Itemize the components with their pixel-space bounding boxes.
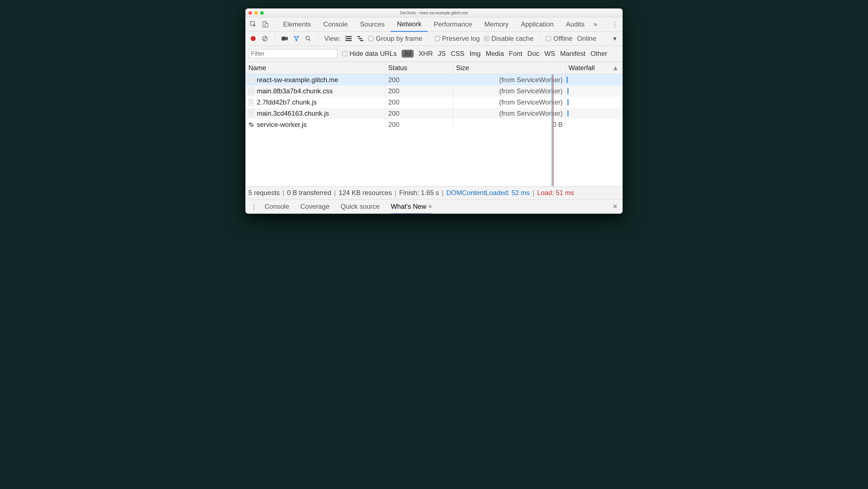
cell-waterfall (566, 86, 622, 97)
waterfall-bar (567, 99, 568, 105)
drawer-tab-strip: ⋮ ConsoleCoverageQuick sourceWhat's New … (246, 200, 622, 213)
filter-type-doc[interactable]: Doc (527, 50, 539, 58)
devtools-window: DevTools - react-sw-example.glitch.me/ E… (245, 8, 623, 214)
tab-sources[interactable]: Sources (354, 17, 391, 31)
search-icon[interactable] (305, 35, 312, 42)
document-icon (248, 77, 254, 83)
settings-kebab-icon[interactable]: ⋮ (611, 20, 619, 28)
filter-type-font[interactable]: Font (509, 50, 523, 58)
drawer-tab-console[interactable]: Console (265, 203, 289, 210)
summary-bar: 5 requests| 0 B transferred| 124 KB reso… (246, 186, 622, 200)
summary-domcontentloaded: DOMContentLoaded: 52 ms (446, 189, 530, 197)
waterfall-bar (566, 77, 568, 83)
drawer-tab-what-s-new[interactable]: What's New × (391, 203, 432, 214)
cell-status: 200 (385, 108, 453, 119)
cell-size: (from ServiceWorker) (453, 108, 566, 119)
cell-name: service-worker.js (246, 119, 385, 130)
column-size[interactable]: Size (453, 62, 566, 74)
svg-line-4 (264, 37, 267, 40)
tab-network[interactable]: Network (391, 17, 428, 32)
network-toolbar: View: Group by frame Preserve log Disabl… (246, 32, 622, 46)
table-header: Name Status Size Waterfall ▲ (246, 62, 622, 74)
record-icon[interactable] (249, 35, 257, 42)
close-tab-icon[interactable]: × (426, 203, 432, 210)
tab-performance[interactable]: Performance (428, 17, 478, 31)
waterfall-bar (567, 110, 568, 117)
cell-status: 200 (385, 86, 453, 97)
throttling-dropdown-icon[interactable]: ▾ (611, 35, 619, 42)
sort-indicator-icon: ▲ (612, 64, 619, 72)
device-toolbar-icon[interactable] (262, 21, 269, 28)
column-status[interactable]: Status (385, 62, 453, 74)
svg-rect-12 (359, 38, 362, 39)
filter-type-js[interactable]: JS (438, 50, 446, 58)
filter-type-other[interactable]: Other (591, 50, 607, 58)
table-row[interactable]: service-worker.js2000 B (246, 119, 622, 130)
disable-cache-checkbox[interactable]: Disable cache (484, 35, 534, 42)
inspect-element-icon[interactable] (249, 21, 257, 28)
cell-name: 2.7fdd42b7.chunk.js (246, 97, 385, 108)
filter-type-ws[interactable]: WS (544, 50, 555, 58)
hide-data-urls-checkbox[interactable]: Hide data URLs (342, 50, 397, 58)
offline-checkbox[interactable]: Offline (546, 35, 572, 42)
summary-transferred: 0 B transferred (287, 189, 331, 197)
cell-waterfall (566, 119, 622, 130)
group-by-frame-checkbox[interactable]: Group by frame (368, 35, 422, 42)
filter-type-xhr[interactable]: XHR (418, 50, 433, 58)
filter-type-img[interactable]: Img (469, 50, 480, 58)
cell-status: 200 (385, 97, 453, 108)
main-tab-strip: ElementsConsoleSourcesNetworkPerformance… (246, 17, 622, 32)
summary-resources: 124 KB resources (339, 189, 392, 197)
table-row[interactable]: 2.7fdd42b7.chunk.js200(from ServiceWorke… (246, 97, 622, 108)
table-row[interactable]: main.3cd46163.chunk.js200(from ServiceWo… (246, 108, 622, 119)
tab-audits[interactable]: Audits (560, 17, 591, 31)
camera-icon[interactable] (281, 35, 288, 42)
summary-load: Load: 51 ms (537, 189, 574, 197)
filter-icon[interactable] (293, 35, 300, 42)
tab-memory[interactable]: Memory (478, 17, 515, 31)
large-rows-icon[interactable] (345, 35, 352, 42)
svg-rect-9 (345, 38, 352, 39)
svg-rect-13 (360, 40, 363, 41)
cell-name: main.3cd46163.chunk.js (246, 108, 385, 119)
drawer-tab-quick-source[interactable]: Quick source (341, 203, 379, 210)
filter-input[interactable] (248, 49, 337, 58)
preserve-log-checkbox[interactable]: Preserve log (435, 35, 480, 42)
cell-name: react-sw-example.glitch.me (246, 74, 385, 86)
cell-size: (from ServiceWorker) (453, 97, 566, 108)
cell-status: 200 (385, 119, 453, 130)
filter-type-media[interactable]: Media (486, 50, 504, 58)
tabs-overflow-icon[interactable]: » (591, 17, 600, 31)
svg-line-7 (309, 39, 311, 41)
document-icon (248, 110, 254, 117)
filter-type-css[interactable]: CSS (451, 50, 464, 58)
drawer-close-icon[interactable]: × (613, 202, 617, 211)
summary-finish: Finish: 1.65 s (399, 189, 439, 197)
tab-application[interactable]: Application (515, 17, 560, 31)
drawer-kebab-icon[interactable]: ⋮ (251, 205, 255, 208)
tab-console[interactable]: Console (317, 17, 354, 31)
cell-status: 200 (385, 74, 453, 86)
clear-icon[interactable] (261, 35, 269, 42)
window-title: DevTools - react-sw-example.glitch.me/ (246, 10, 622, 15)
throttling-select[interactable]: Online (577, 35, 596, 42)
drawer-tab-coverage[interactable]: Coverage (300, 203, 329, 210)
table-row[interactable]: main.8fb3a7b4.chunk.css200(from ServiceW… (246, 86, 622, 97)
svg-rect-8 (345, 36, 352, 37)
column-name[interactable]: Name (246, 62, 385, 74)
filter-type-all[interactable]: All (402, 50, 414, 58)
document-icon (248, 99, 254, 106)
table-row[interactable]: react-sw-example.glitch.me200(from Servi… (246, 74, 622, 86)
tab-elements[interactable]: Elements (277, 17, 317, 31)
titlebar: DevTools - react-sw-example.glitch.me/ (246, 9, 622, 17)
request-table: react-sw-example.glitch.me200(from Servi… (246, 74, 622, 186)
document-icon (248, 88, 254, 94)
cell-waterfall (566, 108, 622, 119)
cell-size: (from ServiceWorker) (453, 86, 566, 97)
svg-rect-5 (282, 37, 286, 40)
cell-size: 0 B (453, 119, 566, 130)
cell-waterfall (566, 97, 622, 108)
filter-type-manifest[interactable]: Manifest (560, 50, 586, 58)
column-waterfall[interactable]: Waterfall ▲ (566, 62, 622, 74)
waterfall-view-icon[interactable] (357, 35, 364, 42)
